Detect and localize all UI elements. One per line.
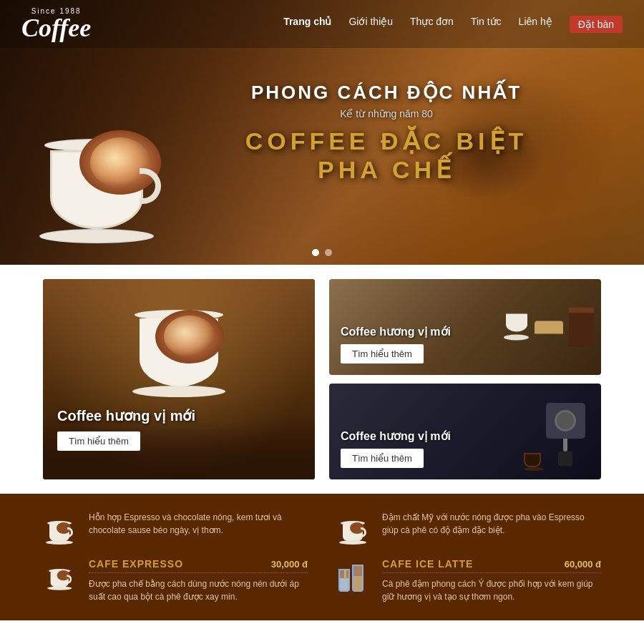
cafe-desc-3: Được pha chế bằng cách dùng nước nóng né… <box>89 577 308 603</box>
iced-straw-1 <box>344 569 346 579</box>
nav-item-lien-he[interactable]: Liên hệ <box>519 16 552 33</box>
logo[interactable]: Since 1988 Coffee <box>21 7 91 41</box>
icon-cup-body-3 <box>51 572 69 588</box>
info-text-3: CAFE EXPRESSO 30,000 đ Được pha chế bằng… <box>89 558 308 603</box>
promo-right-top-cta-button[interactable]: Tìm hiểu thêm <box>341 344 424 364</box>
icon-cup-saucer <box>46 540 73 545</box>
info-icon-3 <box>43 558 79 594</box>
carousel-dot-1[interactable] <box>312 249 319 256</box>
promo-cup-saucer <box>132 386 225 397</box>
promo-latte-art <box>164 316 215 357</box>
promo-right-top-text: Coffee hương vị mới Tìm hiểu thêm <box>341 325 451 364</box>
bread-1 <box>535 321 563 333</box>
espresso-cup-small <box>524 453 544 471</box>
icon-cup-body <box>49 525 69 542</box>
info-icon-2 <box>336 511 372 547</box>
info-text-2: Đậm chất Mỹ với nước nóng được pha vào E… <box>382 511 601 537</box>
hero-text-block: PHONG CÁCH ĐỘC NHẤT Kể từ những năm 80 C… <box>225 82 547 184</box>
espresso-machine-decoration <box>537 403 594 460</box>
nav-item-thuc-don[interactable]: Thực đơn <box>410 16 454 33</box>
espresso-cup-body <box>524 453 541 467</box>
small-cup-body <box>506 314 527 332</box>
hero-cup-decoration <box>29 107 186 250</box>
promo-right-column: Coffee hương vị mới Tìm hiểu thêm <box>329 279 601 479</box>
cup-saucer <box>39 229 154 243</box>
iced-glass-2 <box>352 565 364 592</box>
promo-right-bottom-cta-button[interactable]: Tìm hiểu thêm <box>341 449 424 468</box>
cafe-price-3: 30,000 đ <box>271 559 308 570</box>
hero-subtitle: Kể từ những năm 80 <box>225 108 547 119</box>
promo-section: Coffee hương vị mới Tìm hiểu thêm Coffee… <box>0 265 644 494</box>
promo-cup-latte <box>155 310 224 364</box>
info-item-2: Đậm chất Mỹ với nước nóng được pha vào E… <box>336 511 601 547</box>
cup-icon-1 <box>45 513 77 545</box>
site-header: Since 1988 Coffee Trang chủ Giới thiệu T… <box>0 0 644 48</box>
iced-fill-1 <box>340 578 348 590</box>
cafe-divider-4 <box>382 572 601 573</box>
cafe-price-4: 60,000 đ <box>565 559 601 570</box>
nav-item-dat-ban[interactable]: Đặt bàn <box>570 16 623 33</box>
nav-item-gioi-thieu[interactable]: Giới thiệu <box>348 16 393 33</box>
machine-spout <box>563 439 567 452</box>
promo-card-right-top: Coffee hương vị mới Tìm hiểu thêm <box>329 279 601 375</box>
info-name-row-3: CAFE EXPRESSO 30,000 đ <box>89 558 308 570</box>
info-text-1: Hỗn hợp Espresso và chocolate nóng, kem … <box>89 511 308 537</box>
cup-body <box>50 150 143 229</box>
cafe-desc-4: Cà phê đậm phong cách Ý được phối hợp vớ… <box>382 577 601 603</box>
info-item-1: Hỗn hợp Espresso và chocolate nóng, kem … <box>43 511 308 547</box>
icon-cup-saucer-3 <box>47 586 72 590</box>
main-nav: Trang chủ Giới thiệu Thực đơn Tin tức Li… <box>283 16 623 33</box>
iced-fill-2 <box>353 576 362 590</box>
machine-dial <box>555 410 576 431</box>
iced-glass-1 <box>338 569 350 592</box>
info-desc-1: Hỗn hợp Espresso và chocolate nóng, kem … <box>89 511 308 537</box>
icon-cup-handle-3 <box>67 575 72 584</box>
nav-item-tin-tuc[interactable]: Tin tức <box>471 16 502 33</box>
promo-right-bottom-title: Coffee hương vị mới <box>341 429 451 443</box>
carousel-dot-2[interactable] <box>325 249 332 256</box>
cafe-divider-3 <box>89 572 308 573</box>
promo-right-bottom-text: Coffee hương vị mới Tìm hiểu thêm <box>341 429 451 468</box>
small-cup-saucer <box>504 335 529 341</box>
info-desc-2: Đậm chất Mỹ với nước nóng được pha vào E… <box>382 511 601 537</box>
carousel-dots <box>312 249 332 256</box>
info-icon-1 <box>43 511 79 547</box>
hero-title-secondary: COFFEE ĐẶC BIỆT PHA CHẾ <box>225 127 547 184</box>
logo-text: Coffee <box>21 15 91 41</box>
cake-item <box>569 308 594 347</box>
info-section: Hỗn hợp Espresso và chocolate nóng, kem … <box>0 494 644 620</box>
iced-straw-2 <box>358 565 360 575</box>
machine-body <box>546 403 585 439</box>
icon-cup-saucer-2 <box>339 540 366 545</box>
espresso-cup-saucer <box>524 467 544 471</box>
hero-title-main: PHONG CÁCH ĐỘC NHẤT <box>225 82 547 104</box>
promo-left-text-block: Coffee hương vị mới Tìm hiểu thêm <box>57 407 195 451</box>
icon-cup-handle <box>67 527 73 537</box>
nav-item-trang-chu[interactable]: Trang chủ <box>283 16 331 33</box>
info-text-4: CAFE ICE LATTE 60,000 đ Cà phê đậm phong… <box>382 558 601 603</box>
machine-base <box>558 452 572 466</box>
cafe-name-4: CAFE ICE LATTE <box>382 558 473 570</box>
info-item-4: CAFE ICE LATTE 60,000 đ Cà phê đậm phong… <box>336 558 601 603</box>
info-icon-4 <box>336 558 372 594</box>
info-item-3: CAFE EXPRESSO 30,000 đ Được pha chế bằng… <box>43 558 308 603</box>
cafe-name-3: CAFE EXPRESSO <box>89 558 183 570</box>
promo-card-left: Coffee hương vị mới Tìm hiểu thêm <box>43 279 315 479</box>
food-items-decoration <box>504 308 594 347</box>
promo-left-cta-button[interactable]: Tìm hiểu thêm <box>57 431 140 451</box>
promo-cup-large <box>129 293 229 401</box>
promo-left-title: Coffee hương vị mới <box>57 407 195 424</box>
info-name-row-4: CAFE ICE LATTE 60,000 đ <box>382 558 601 570</box>
icon-cup-handle-2 <box>361 527 366 537</box>
icon-cup-body-2 <box>343 525 363 542</box>
promo-right-top-title: Coffee hương vị mới <box>341 325 451 338</box>
promo-card-right-bottom: Coffee hương vị mới Tìm hiểu thêm <box>329 384 601 479</box>
cup-icon-2 <box>338 513 370 545</box>
cup-icon-3 <box>47 562 75 590</box>
iced-icon <box>338 560 370 592</box>
promo-cup-body <box>140 318 218 386</box>
